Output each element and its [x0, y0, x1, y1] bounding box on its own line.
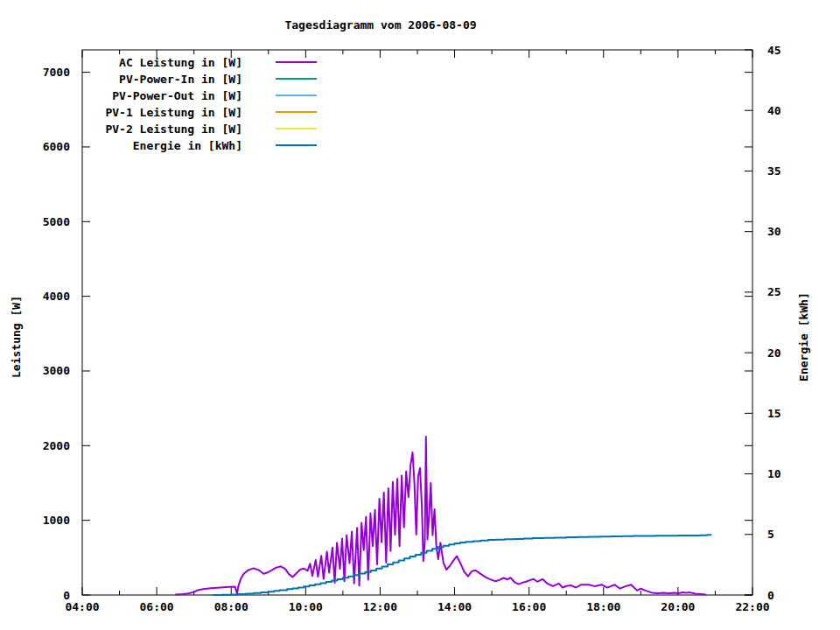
y-right-tick-label: 25: [767, 285, 781, 298]
y-right-tick-label: 45: [767, 44, 781, 57]
y-left-tick-label: 2000: [43, 439, 70, 452]
y-right-tick-label: 0: [767, 589, 774, 602]
x-tick-label: 08:00: [214, 600, 248, 613]
legend-entry-label: AC Leistung in [W]: [119, 56, 242, 69]
series-lines: [175, 437, 711, 595]
legend-entry: PV-1 Leistung in [W]: [105, 106, 317, 119]
legend-entry: AC Leistung in [W]: [119, 56, 317, 69]
legend-entry-label: PV-2 Leistung in [W]: [105, 122, 242, 136]
y-left-tick-label: 3000: [43, 364, 70, 377]
y-right-tick-label: 30: [767, 225, 781, 238]
plot-area: 04:0006:0008:0010:0012:0014:0016:0018:00…: [0, 0, 840, 630]
y-left-tick-label: 1000: [43, 514, 70, 527]
legend-entry-label: PV-Power-Out in [W]: [112, 89, 242, 102]
series-line-0: [175, 437, 706, 595]
y-left-tick-label: 4000: [43, 290, 70, 303]
y-right-tick-label: 5: [767, 528, 774, 541]
y-right-tick-label: 10: [767, 467, 781, 480]
y-right-tick-label: 35: [767, 164, 781, 178]
legend-entry-label: Energie in [kWh]: [133, 139, 242, 152]
legend-entry: PV-Power-Out in [W]: [112, 89, 317, 102]
y-left-tick-label: 5000: [43, 215, 70, 228]
x-tick-label: 22:00: [735, 600, 769, 613]
y-right-axis-ticks: 051015202530354045: [745, 44, 781, 602]
legend-entry-label: PV-Power-In in [W]: [119, 73, 242, 86]
legend-entry: Energie in [kWh]: [133, 139, 317, 152]
x-tick-label: 04:00: [65, 600, 99, 613]
y-right-tick-label: 20: [767, 346, 781, 360]
legend: AC Leistung in [W]PV-Power-In in [W]PV-P…: [105, 56, 317, 152]
x-tick-label: 20:00: [661, 600, 695, 613]
legend-entry: PV-Power-In in [W]: [119, 73, 317, 86]
x-tick-label: 18:00: [586, 600, 620, 613]
y-right-tick-label: 40: [767, 104, 781, 117]
y-left-tick-label: 0: [63, 589, 70, 602]
x-tick-label: 14:00: [438, 600, 472, 613]
x-tick-label: 12:00: [363, 600, 397, 613]
y-left-tick-label: 6000: [43, 140, 70, 153]
y-left-tick-label: 7000: [43, 66, 70, 79]
x-tick-label: 06:00: [140, 600, 174, 613]
legend-entry-label: PV-1 Leistung in [W]: [105, 106, 242, 119]
y-right-tick-label: 15: [767, 407, 781, 420]
legend-entry: PV-2 Leistung in [W]: [105, 122, 317, 136]
x-tick-label: 16:00: [512, 600, 546, 613]
chart-stage: Tagesdiagramm vom 2006-08-09 Leistung [W…: [0, 0, 840, 630]
x-tick-label: 10:00: [289, 600, 323, 613]
